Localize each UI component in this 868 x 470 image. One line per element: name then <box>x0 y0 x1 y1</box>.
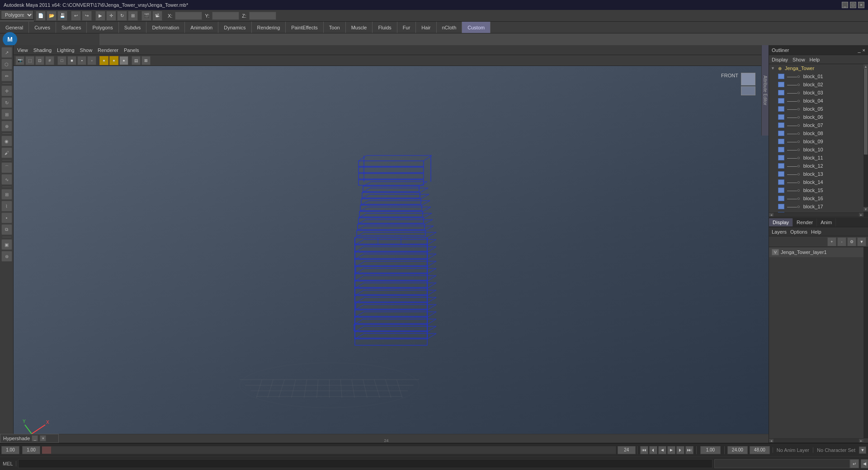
outliner-item-block05[interactable]: ——○ block_05 <box>769 105 868 113</box>
outliner-hscrollbar[interactable]: ◄ ► <box>769 212 863 217</box>
delete-layer-button[interactable]: - <box>837 237 846 246</box>
rotate-button[interactable]: ↻ <box>1 97 12 108</box>
mel-execute-button[interactable]: ↵ <box>850 459 859 468</box>
viewport-menu-lighting[interactable]: Lighting <box>57 47 75 53</box>
scale-button[interactable]: ⊞ <box>1 109 12 120</box>
vp-resolution-button[interactable]: ▤ <box>132 56 141 65</box>
snap-grid-button[interactable]: ⊞ <box>1 189 12 200</box>
play-forward-button[interactable]: ► <box>667 446 675 454</box>
outliner-item-block10[interactable]: ——○ block_10 <box>769 146 868 154</box>
range-start-input[interactable] <box>1 446 19 454</box>
outliner-menu-show[interactable]: Show <box>793 57 805 62</box>
outliner-content[interactable]: ▼ ⊕ Jenga_Tower ——○ block_01 ——○ block_0… <box>769 64 868 217</box>
layers-menu-help[interactable]: Help <box>811 229 821 235</box>
scroll-right-button[interactable]: ► <box>859 439 863 442</box>
vp-wireframe-button[interactable]: □ <box>57 56 66 65</box>
outliner-item-block09[interactable]: ——○ block_09 <box>769 137 868 146</box>
y-coord-field[interactable] <box>212 12 239 20</box>
tab-animation[interactable]: Animation <box>185 22 218 33</box>
tab-custom[interactable]: Custom <box>462 22 491 33</box>
create-layer-button[interactable]: + <box>827 237 836 246</box>
sculpt-button[interactable]: 🖌 <box>1 147 12 158</box>
prev-frame-button[interactable]: ⏴ <box>649 446 657 454</box>
outliner-item-jenga-tower[interactable]: ▼ ⊕ Jenga_Tower <box>769 64 868 72</box>
vp-light2-button[interactable]: ● <box>109 56 118 65</box>
scale-tool-button[interactable]: ⊞ <box>128 11 138 21</box>
render-button[interactable]: 🎬 <box>142 11 151 21</box>
select-mode-button[interactable]: ↗ <box>1 47 12 58</box>
outliner-item-block03[interactable]: ——○ block_03 <box>769 89 868 97</box>
outliner-item-block15[interactable]: ——○ block_15 <box>769 186 868 194</box>
attribute-editor-tab[interactable]: Attribute Editor <box>761 45 769 136</box>
play-back-button[interactable]: ◄ <box>658 446 666 454</box>
layers-vscrollbar[interactable] <box>863 247 868 438</box>
tab-subdvs[interactable]: Subdvs <box>119 22 147 33</box>
mel-input-field[interactable] <box>714 459 850 468</box>
scroll-left-button[interactable]: ◄ <box>769 439 774 442</box>
vp-xray-button[interactable]: ⊠ <box>142 56 151 65</box>
outliner-item-block13[interactable]: ——○ block_13 <box>769 170 868 178</box>
soft-mod-button[interactable]: ◉ <box>1 136 12 146</box>
anim-start-input[interactable] <box>727 446 748 454</box>
outliner-item-block12[interactable]: ——○ block_12 <box>769 162 868 170</box>
select-tool-button[interactable]: ▶ <box>95 11 105 21</box>
tab-fluids[interactable]: Fluids <box>373 22 397 33</box>
z-coord-field[interactable] <box>249 12 276 20</box>
vp-frame-selected-button[interactable]: ⊡ <box>35 56 44 65</box>
rotate-tool-button[interactable]: ↻ <box>117 11 127 21</box>
tab-polygons[interactable]: Polygons <box>87 22 118 33</box>
minimize-button[interactable]: _ <box>842 2 848 8</box>
layers-hscrollbar-track[interactable] <box>774 439 859 442</box>
lasso-select-button[interactable]: ⬡ <box>1 59 12 70</box>
layer-options-button[interactable]: ⚙ <box>847 237 856 246</box>
snap-curve-button[interactable]: ⌇ <box>1 201 12 212</box>
snap-view-button[interactable]: ⧉ <box>1 224 12 235</box>
outliner-item-block14[interactable]: ——○ block_14 <box>769 178 868 186</box>
tab-hair[interactable]: Hair <box>416 22 436 33</box>
tab-painteffects[interactable]: PaintEffects <box>286 22 324 33</box>
outliner-item-block17[interactable]: ——○ block_17 <box>769 202 868 211</box>
vp-select-all-button[interactable]: ⬚ <box>25 56 34 65</box>
layer-item[interactable]: V Jenga_Tower_layer1 <box>769 247 868 257</box>
outliner-item-block06[interactable]: ——○ block_06 <box>769 113 868 121</box>
outliner-item-block02[interactable]: ——○ block_02 <box>769 80 868 89</box>
tab-surfaces[interactable]: Surfaces <box>56 22 87 33</box>
viewport-3d[interactable]: .jblock { fill: none; stroke: #2233cc; s… <box>14 66 769 452</box>
x-coord-field[interactable] <box>175 12 202 20</box>
tab-anim[interactable]: Anim <box>817 218 836 226</box>
frame-number-input[interactable] <box>700 446 721 454</box>
outliner-menu-display[interactable]: Display <box>772 57 788 62</box>
statusbar-resize-button[interactable]: ◀ <box>861 459 868 468</box>
layers-menu-layers[interactable]: Layers <box>772 229 787 235</box>
viewport-menu-view[interactable]: View <box>17 47 28 53</box>
anim-end-input[interactable] <box>750 446 770 454</box>
timeline-track[interactable] <box>42 446 616 454</box>
hypershade-minimize-button[interactable]: _ <box>32 435 38 442</box>
outliner-item-block01[interactable]: ——○ block_01 <box>769 72 868 80</box>
vp-bounding-button[interactable]: ▫ <box>87 56 96 65</box>
tab-render[interactable]: Render <box>793 218 817 226</box>
ep-curve-button[interactable]: ∿ <box>1 174 12 185</box>
viewport-menu-renderer[interactable]: Renderer <box>98 47 118 53</box>
outliner-item-block11[interactable]: ——○ block_11 <box>769 154 868 162</box>
tab-toon[interactable]: Toon <box>324 22 346 33</box>
layers-hscrollbar[interactable]: ◄ ► <box>769 438 863 443</box>
vp-smooth-button[interactable]: ■ <box>67 56 76 65</box>
translate-tool-button[interactable]: ✛ <box>106 11 116 21</box>
scroll-right-button[interactable]: ► <box>859 213 863 216</box>
no-character-set-label[interactable]: No Character Set <box>813 447 859 453</box>
outliner-menu-help[interactable]: Help <box>810 57 820 62</box>
no-anim-layer-label[interactable]: No Anim Layer <box>773 447 813 453</box>
ipr-button[interactable]: 📽 <box>152 11 162 21</box>
render-region-button[interactable]: ▣ <box>1 239 12 250</box>
tab-curves[interactable]: Curves <box>29 22 56 33</box>
viewport-menu-shading[interactable]: Shading <box>33 47 52 53</box>
outliner-scrollbar-thumb[interactable] <box>864 64 868 155</box>
outliner-scroll-up[interactable]: ▲ <box>863 64 868 69</box>
viewport-menu-panels[interactable]: Panels <box>124 47 139 53</box>
go-start-button[interactable]: ⏮ <box>640 446 648 454</box>
vp-flat-button[interactable]: ▪ <box>77 56 86 65</box>
outliner-scrollbar[interactable]: ▼ ▲ <box>863 64 868 217</box>
vp-light1-button[interactable]: ● <box>99 56 108 65</box>
go-end-button[interactable]: ⏭ <box>685 446 693 454</box>
